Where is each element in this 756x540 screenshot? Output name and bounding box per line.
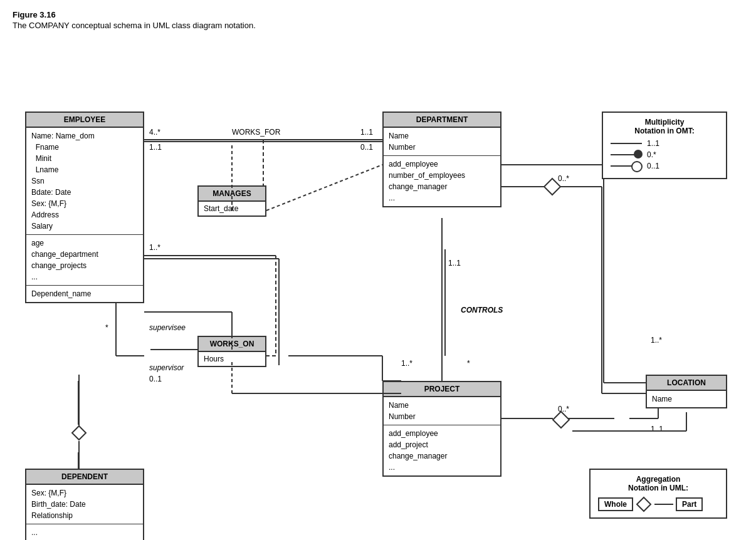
- svg-marker-47: [637, 497, 651, 511]
- notation-row-1: 1..1: [611, 139, 718, 148]
- agg-title: Aggregation Notation in UML:: [598, 475, 718, 492]
- loc-bottom-mult: 1..1: [651, 425, 663, 434]
- manages-body: Start_date: [199, 202, 265, 215]
- department-attributes: Name Number: [384, 128, 500, 156]
- location-attributes: Name: [647, 391, 726, 407]
- dependent-class: DEPENDENT Sex: {M,F} Birth_date: Date Re…: [25, 469, 144, 540]
- manages-header: MANAGES: [199, 187, 265, 202]
- svg-marker-27: [72, 426, 86, 440]
- dependent-methods: ...: [26, 524, 143, 540]
- controls-dept-mult: 1..1: [448, 259, 461, 267]
- loc-dept-mult: 1..*: [651, 336, 662, 345]
- supervise-top-mult: 1..*: [149, 243, 160, 252]
- diagram-area: EMPLOYEE Name: Name_dom Fname Minit Lnam…: [13, 43, 740, 531]
- works-for-label: WORKS_FOR: [232, 128, 280, 137]
- dependent-attributes: Sex: {M,F} Birth_date: Date Relationship: [26, 485, 143, 524]
- dependent-header: DEPENDENT: [26, 470, 143, 485]
- supervisor-label: supervisor: [149, 363, 184, 372]
- aggregation-notation-box: Aggregation Notation in UML: Whole Part: [589, 469, 727, 519]
- figure-caption: The COMPANY conceptual schema in UML cla…: [13, 21, 743, 30]
- supervise-star-mult: *: [105, 323, 108, 332]
- location-header: LOCATION: [647, 376, 726, 391]
- controls-proj-mult: 1..*: [401, 359, 412, 368]
- svg-marker-26: [553, 412, 569, 428]
- manages-left-mult: 1..1: [149, 143, 162, 152]
- multiplicity-notation-box: Multiplicity Notation in OMT: 1..1 0.* 0…: [602, 112, 727, 179]
- controls-star-mult: *: [467, 359, 470, 368]
- notation-label-3: 0..1: [647, 162, 659, 170]
- aggregation-diamond-icon: [636, 496, 652, 512]
- controls-label: CONTROLS: [461, 306, 503, 314]
- department-header: DEPARTMENT: [384, 113, 500, 128]
- manages-box: MANAGES Start_date: [197, 185, 266, 217]
- notation-row-3: 0..1: [611, 162, 718, 170]
- notation-label-2: 0.*: [647, 150, 656, 159]
- project-header: PROJECT: [384, 382, 500, 397]
- location-class: LOCATION Name: [646, 375, 727, 408]
- agg-row: Whole Part: [598, 496, 718, 512]
- department-class: DEPARTMENT Name Number add_employee numb…: [382, 112, 501, 207]
- employee-dependent: Dependent_name: [26, 286, 143, 302]
- svg-line-44: [266, 165, 382, 210]
- employee-methods: age change_department change_projects ..…: [26, 235, 143, 286]
- figure-title: Figure 3.16: [13, 10, 743, 19]
- works-on-header: WORKS_ON: [199, 337, 265, 352]
- employee-dependent-diamond: [71, 425, 87, 441]
- employee-attributes: Name: Name_dom Fname Minit Lname Ssn Bda…: [26, 128, 143, 235]
- project-class: PROJECT Name Number add_employee add_pro…: [382, 381, 501, 477]
- whole-label: Whole: [598, 497, 633, 511]
- manages-right-mult: 0..1: [360, 143, 373, 152]
- notation-title: Multiplicity Notation in OMT:: [611, 118, 718, 135]
- employee-header: EMPLOYEE: [26, 113, 143, 128]
- project-attributes: Name Number: [384, 397, 500, 425]
- notation-row-2: 0.*: [611, 150, 718, 159]
- notation-label-1: 1..1: [647, 139, 659, 148]
- employee-class: EMPLOYEE Name: Name_dom Fname Minit Lnam…: [25, 112, 144, 303]
- department-methods: add_employee number_of_employees change_…: [384, 156, 500, 206]
- notation-line-1: [611, 143, 642, 144]
- dept-location-diamond: [543, 177, 562, 196]
- works-on-box: WORKS_ON Hours: [197, 336, 266, 367]
- project-methods: add_employee add_project change_manager …: [384, 425, 500, 475]
- supervise-bottom-mult: 0..1: [149, 375, 162, 383]
- agg-line: [654, 504, 673, 505]
- notation-line-dot: [611, 154, 642, 155]
- part-label: Part: [676, 497, 703, 511]
- wf-right-mult: 1..1: [360, 128, 373, 137]
- supervisee-label: supervisee: [149, 323, 186, 332]
- works-on-body: Hours: [199, 352, 265, 366]
- svg-marker-25: [544, 179, 560, 195]
- wf-left-mult: 4..*: [149, 128, 160, 137]
- proj-location-diamond: [552, 410, 570, 429]
- notation-line-circle: [611, 165, 642, 167]
